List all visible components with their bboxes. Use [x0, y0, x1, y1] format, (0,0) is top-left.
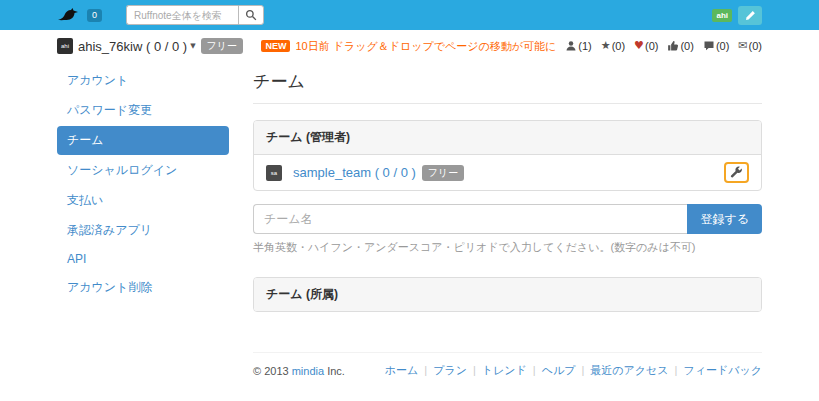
comment-icon — [703, 40, 715, 52]
wrench-icon — [730, 166, 743, 179]
user-icon — [565, 40, 577, 52]
user-mini-avatar[interactable]: ahi — [57, 38, 73, 54]
mindia-link[interactable]: mindia — [292, 365, 324, 377]
footer-links: ホーム プラン トレンド ヘルプ 最近のアクセス フィードバック — [385, 363, 762, 378]
sidebar-item-approved-apps[interactable]: 承認済みアプリ — [57, 216, 229, 245]
thumbs-stat[interactable]: (0) — [667, 40, 693, 52]
footer-link-help[interactable]: ヘルプ — [527, 363, 576, 378]
sidebar-item-api[interactable]: API — [57, 246, 229, 272]
team-settings-button[interactable] — [724, 162, 749, 183]
username-text: ahis_76kiw — [78, 39, 142, 54]
members-stat[interactable]: (1) — [565, 40, 591, 52]
sidebar-item-social-login[interactable]: ソーシャルログイン — [57, 156, 229, 185]
team-name-help-text: 半角英数・ハイフン・アンダースコア・ピリオドで入力してください。(数字のみは不可… — [253, 240, 762, 255]
brand-bird-icon[interactable] — [57, 7, 79, 23]
user-bar: ahi ahis_76kiw ( 0 / 0 ) ▼ フリー NEW 10日前 … — [0, 30, 819, 62]
comments-count: (0) — [716, 40, 729, 52]
messages-stat[interactable]: ✉ (0) — [738, 40, 762, 52]
username-counts: ( 0 / 0 ) — [146, 39, 187, 54]
settings-sidebar: アカウント パスワード変更 チーム ソーシャルログイン 支払い 承認済みアプリ … — [57, 66, 229, 378]
sidebar-item-team[interactable]: チーム — [57, 126, 229, 155]
mail-icon: ✉ — [738, 40, 747, 52]
search-input[interactable] — [126, 5, 238, 25]
team-row: sa sample_team ( 0 / 0 ) フリー — [266, 162, 749, 183]
sidebar-item-delete-account[interactable]: アカウント削除 — [57, 273, 229, 302]
star-icon: ★ — [601, 40, 611, 52]
global-search-group — [126, 5, 264, 25]
copyright: © 2013 mindia Inc. — [253, 365, 345, 377]
copyright-suffix: Inc. — [324, 365, 345, 377]
messages-count: (0) — [749, 40, 762, 52]
create-team-form: 登録する — [253, 204, 762, 234]
footer-link-recent-access[interactable]: 最近のアクセス — [575, 363, 668, 378]
stars-stat[interactable]: ★ (0) — [601, 40, 625, 52]
member-teams-panel-header: チーム (所属) — [254, 278, 761, 311]
footer-link-home[interactable]: ホーム — [385, 363, 419, 378]
footer-link-trend[interactable]: トレンド — [467, 363, 527, 378]
thumbs-up-icon — [667, 40, 679, 52]
sidebar-item-password[interactable]: パスワード変更 — [57, 96, 229, 125]
copyright-prefix: © 2013 — [253, 365, 292, 377]
footer-link-plan[interactable]: プラン — [418, 363, 467, 378]
team-name-input[interactable] — [253, 204, 687, 234]
stars-count: (0) — [612, 40, 625, 52]
admin-teams-panel-header: チーム (管理者) — [254, 121, 761, 155]
plan-badge: フリー — [201, 38, 243, 54]
notification-count-badge[interactable]: 0 — [87, 9, 102, 22]
comments-stat[interactable]: (0) — [703, 40, 729, 52]
footer-link-feedback[interactable]: フィードバック — [669, 363, 762, 378]
chevron-down-icon[interactable]: ▼ — [190, 42, 195, 50]
members-count: (1) — [578, 40, 591, 52]
team-plan-badge: フリー — [422, 165, 464, 181]
sidebar-item-payment[interactable]: 支払い — [57, 186, 229, 215]
admin-teams-panel: チーム (管理者) sa sample_team ( 0 / 0 ) フリー — [253, 120, 762, 191]
search-icon — [245, 9, 257, 21]
main-content: チーム チーム (管理者) sa sample_team ( 0 / 0 ) フ… — [253, 66, 762, 378]
likes-stat[interactable]: ♥ (0) — [634, 40, 658, 52]
footer: © 2013 mindia Inc. ホーム プラン トレンド ヘルプ 最近のア… — [253, 352, 762, 378]
heart-icon: ♥ — [634, 40, 644, 52]
team-link[interactable]: sample_team ( 0 / 0 ) — [293, 165, 416, 180]
search-button[interactable] — [238, 5, 264, 25]
thumbs-count: (0) — [680, 40, 693, 52]
new-page-button[interactable] — [738, 6, 762, 25]
page-title: チーム — [253, 66, 762, 104]
top-navbar: 0 ahi — [0, 0, 819, 30]
news-new-badge: NEW — [261, 40, 290, 52]
member-teams-panel: チーム (所属) — [253, 277, 762, 312]
user-avatar-badge[interactable]: ahi — [712, 9, 732, 22]
team-avatar[interactable]: sa — [266, 165, 282, 181]
register-team-button[interactable]: 登録する — [687, 204, 762, 234]
news-link[interactable]: 10日前 ドラッグ＆ドロップでページの移動が可能に — [295, 39, 556, 54]
pencil-icon — [745, 10, 756, 21]
likes-count: (0) — [645, 40, 658, 52]
username-dropdown[interactable]: ahis_76kiw ( 0 / 0 ) — [78, 39, 187, 54]
sidebar-item-account[interactable]: アカウント — [57, 66, 229, 95]
